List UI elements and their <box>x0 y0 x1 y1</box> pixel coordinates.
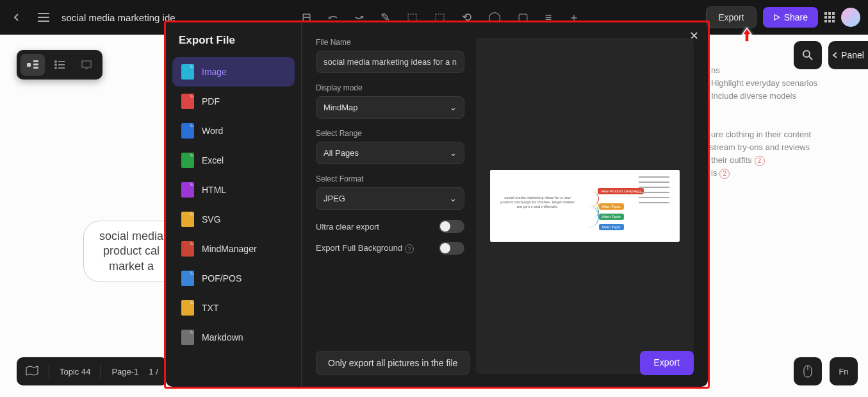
help-icon[interactable]: ? <box>405 244 414 253</box>
full-bg-row: Export Full Background? <box>316 242 464 255</box>
view-switcher <box>17 50 102 80</box>
preview-tag-3: Main Topic <box>599 224 624 230</box>
document-title[interactable]: social media marketing ide <box>61 12 176 23</box>
apps-icon[interactable] <box>824 12 835 22</box>
chevron-down-icon: ⌄ <box>450 103 457 112</box>
preview-tag-2: Main Topic <box>599 214 624 220</box>
canvas-text-2: Highlight everyday scenarios <box>711 78 817 88</box>
svg-point-11 <box>803 51 810 57</box>
badge-2a: 2 <box>755 156 765 166</box>
file-name-label: File Name <box>316 38 464 47</box>
svg-rect-2 <box>33 63 38 65</box>
avatar[interactable] <box>841 8 860 27</box>
status-topic[interactable]: Topic 44 <box>60 367 90 376</box>
share-icon: ᐅ <box>773 12 780 22</box>
ultra-clear-row: Ultra clear export <box>316 220 464 233</box>
format-excel[interactable]: Excel <box>172 146 295 175</box>
panel-label: Panel <box>841 50 864 60</box>
svg-rect-5 <box>58 61 65 62</box>
view-present[interactable] <box>74 54 99 76</box>
canvas-text-5: stream try-ons and reviews <box>710 142 810 152</box>
svg-rect-10 <box>82 61 91 67</box>
format-label: Markdown <box>202 332 243 342</box>
format-label: POF/POS <box>202 273 242 283</box>
format-pdf[interactable]: PDF <box>172 87 295 116</box>
ultra-clear-toggle[interactable] <box>439 220 464 233</box>
format-mindmanager[interactable]: MindManager <box>172 234 295 264</box>
panel-tab[interactable]: Panel <box>828 41 868 69</box>
pdf-file-icon <box>181 94 194 109</box>
status-page[interactable]: Page-1 <box>111 367 138 376</box>
format-word[interactable]: Word <box>172 116 295 146</box>
full-bg-toggle[interactable] <box>439 242 464 255</box>
share-label: Share <box>784 12 808 22</box>
format-pof[interactable]: POF/POS <box>172 264 295 293</box>
fn-button[interactable]: Fn <box>830 357 858 385</box>
menu-icon[interactable] <box>35 8 53 26</box>
html-file-icon <box>181 182 194 198</box>
svg-point-6 <box>54 63 57 66</box>
svg-rect-3 <box>33 67 38 69</box>
format-html[interactable]: HTML <box>172 175 295 205</box>
canvas-text-7: ls2 <box>711 168 730 179</box>
svg-file-icon <box>181 212 194 227</box>
right-controls: Panel <box>794 41 868 69</box>
mouse-mode-button[interactable] <box>794 357 822 385</box>
export-modal: ✕ Export File Image PDF Word Excel HTML … <box>166 22 708 387</box>
chevron-down-icon: ⌄ <box>450 148 457 158</box>
format-txt[interactable]: TXT <box>172 293 295 323</box>
search-button[interactable] <box>794 41 822 69</box>
select-range-label: Select Range <box>316 129 464 138</box>
format-label: Image <box>202 67 227 77</box>
ultra-clear-label: Ultra clear export <box>316 222 379 232</box>
file-name-input[interactable] <box>316 51 464 73</box>
export-button[interactable]: Export <box>706 6 756 28</box>
txt-file-icon <box>181 300 194 316</box>
topbar-right: Export ᐅ Share <box>706 6 860 28</box>
image-file-icon <box>181 64 194 80</box>
modal-export-button[interactable]: Export <box>640 351 694 375</box>
format-label: Excel <box>202 155 224 165</box>
status-bar: Topic 44 Page-1 1 / <box>17 357 167 385</box>
view-mindmap[interactable] <box>20 54 45 76</box>
back-icon[interactable] <box>8 8 26 26</box>
preview-tag-red: New Product campaign <box>598 188 644 194</box>
format-label: TXT <box>202 303 218 313</box>
svg-rect-9 <box>58 67 65 69</box>
format-markdown[interactable]: Markdown <box>172 323 295 352</box>
svg-rect-1 <box>33 60 38 62</box>
word-file-icon <box>181 123 194 139</box>
preview-tag-1: Main Topic <box>599 203 624 210</box>
modal-main: File Name Display mode MindMap⌄ Select R… <box>302 22 708 387</box>
chevron-down-icon: ⌄ <box>450 194 457 203</box>
format-label: Word <box>202 126 223 136</box>
select-range-select[interactable]: All Pages⌄ <box>316 142 464 164</box>
canvas-text-4: ure clothing in their content <box>711 130 811 139</box>
status-page-num: 1 / <box>149 367 158 376</box>
badge-2b: 2 <box>719 169 730 179</box>
select-format-value: JPEG <box>323 194 345 203</box>
select-format-select[interactable]: JPEG⌄ <box>316 187 464 210</box>
svg-rect-7 <box>58 64 65 65</box>
display-mode-select[interactable]: MindMap⌄ <box>316 96 464 119</box>
modal-title: Export File <box>179 34 288 47</box>
preview-center-node: social media marketing ideas for a new p… <box>499 196 576 209</box>
corner-buttons: Fn <box>794 357 858 385</box>
format-label: MindManager <box>202 244 257 254</box>
arrow-annotation <box>740 27 754 46</box>
center-node[interactable]: social media product cal market a <box>83 221 179 282</box>
select-range-value: All Pages <box>323 148 359 158</box>
status-map-icon[interactable] <box>26 366 38 378</box>
format-svg[interactable]: SVG <box>172 205 295 234</box>
only-export-pictures-button[interactable]: Only export all pictures in the file <box>316 351 470 375</box>
format-image[interactable]: Image <box>172 57 295 87</box>
share-button[interactable]: ᐅ Share <box>763 7 818 28</box>
pof-file-icon <box>181 271 194 286</box>
preview-image: social media marketing ideas for a new p… <box>490 170 680 242</box>
mindmanager-file-icon <box>181 241 194 257</box>
markdown-file-icon <box>181 330 194 345</box>
format-label: HTML <box>202 185 226 195</box>
excel-file-icon <box>181 153 194 168</box>
format-label: PDF <box>202 96 220 106</box>
view-list[interactable] <box>47 54 72 76</box>
